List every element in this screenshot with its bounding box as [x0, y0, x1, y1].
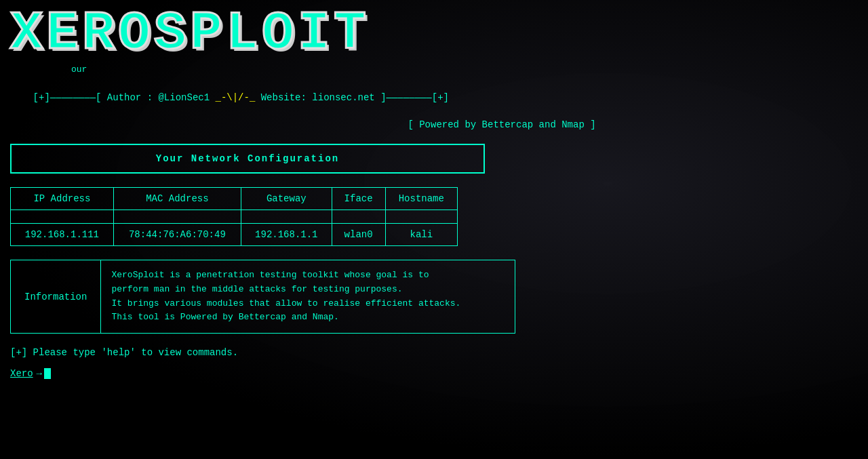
- col-mac: MAC Address: [113, 188, 241, 210]
- network-table: IP Address MAC Address Gateway Iface Hos…: [10, 187, 458, 246]
- network-config-box: Your Network Configuration: [10, 144, 485, 174]
- help-line: [+] Please type 'help' to view commands.: [10, 347, 858, 358]
- cell-mac: 78:44:76:A6:70:49: [113, 224, 241, 246]
- author-line: [+]————————[ Author : @LionSec1 _-\|/-_ …: [10, 81, 858, 114]
- info-line-4: This tool is Powered by Bettercap and Nm…: [111, 311, 460, 325]
- info-line-3: It brings various modules that allow to …: [111, 297, 460, 311]
- cell-hostname: kali: [385, 224, 457, 246]
- info-label: Information: [11, 260, 101, 333]
- cell-iface: wlan0: [332, 224, 385, 246]
- table-header-row: IP Address MAC Address Gateway Iface Hos…: [11, 188, 458, 210]
- bracket-close: [+]: [432, 92, 449, 103]
- website-text: Website: lionsec.net: [255, 92, 380, 103]
- info-box: Information XeroSploit is a penetration …: [10, 260, 515, 334]
- table-row-empty: [11, 210, 458, 224]
- info-content: XeroSploit is a penetration testing tool…: [101, 260, 471, 333]
- col-gateway: Gateway: [241, 188, 332, 210]
- cell-ip: 192.168.1.111: [11, 224, 114, 246]
- info-line-2: perform man in the middle attacks for te…: [111, 283, 460, 297]
- author-bracket-open: [: [96, 92, 107, 103]
- app-title: XEROSPLOIT: [10, 7, 858, 61]
- deco1: ————————: [50, 92, 96, 103]
- empty-mac: [113, 210, 241, 224]
- title-subtitle: our: [71, 64, 858, 75]
- empty-hostname: [385, 210, 457, 224]
- deco2: ————————: [387, 92, 432, 103]
- col-ip: IP Address: [11, 188, 114, 210]
- info-line-1: XeroSploit is a penetration testing tool…: [111, 268, 460, 283]
- empty-ip: [11, 210, 114, 224]
- author-text: Author : @LionSec1: [107, 92, 216, 103]
- special-chars: _-\|/-_: [216, 92, 256, 103]
- col-hostname: Hostname: [385, 188, 457, 210]
- main-container: XEROSPLOIT our [+]————————[ Author : @Li…: [0, 0, 868, 386]
- prompt-line: Xero →: [10, 368, 858, 379]
- col-iface: Iface: [332, 188, 385, 210]
- cell-gateway: 192.168.1.1: [241, 224, 332, 246]
- powered-line: [ Powered by Bettercap and Nmap ]: [146, 119, 858, 130]
- prompt-arrow: →: [37, 368, 42, 379]
- empty-iface: [332, 210, 385, 224]
- author-bracket-close: ]: [380, 92, 386, 103]
- empty-gateway: [241, 210, 332, 224]
- title-section: XEROSPLOIT our: [10, 7, 858, 75]
- prompt-name[interactable]: Xero: [10, 368, 33, 379]
- network-config-title: Your Network Configuration: [25, 153, 470, 164]
- bracket-open: [+]: [33, 92, 50, 103]
- table-row-data: 192.168.1.111 78:44:76:A6:70:49 192.168.…: [11, 224, 458, 246]
- cursor: [44, 368, 51, 379]
